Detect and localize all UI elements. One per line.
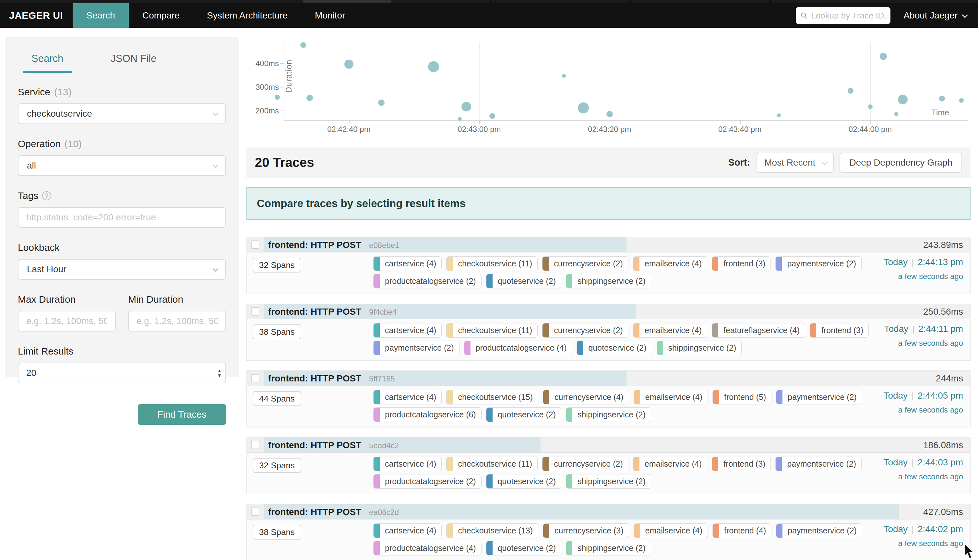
trace-select-checkbox[interactable] bbox=[251, 307, 259, 316]
service-select[interactable]: checkoutservice bbox=[18, 103, 226, 124]
service-tag[interactable]: paymentservice (2) bbox=[373, 341, 459, 355]
service-tag[interactable]: shippingservice (2) bbox=[566, 407, 651, 422]
trace-result-card[interactable]: frontend: HTTP POST 5ead4c2 186.08ms 32 … bbox=[247, 437, 971, 494]
service-tag[interactable]: featureflagservice (4) bbox=[712, 323, 805, 338]
trace-title[interactable]: frontend: HTTP POST e08ebe1 bbox=[268, 237, 399, 253]
service-tag[interactable]: currencyservice (2) bbox=[542, 457, 628, 471]
stepper-down-icon[interactable]: ▾ bbox=[218, 373, 221, 378]
service-tag[interactable]: emailservice (4) bbox=[633, 256, 707, 271]
trace-date[interactable]: Today bbox=[883, 524, 908, 534]
service-tag[interactable]: frontend (3) bbox=[810, 323, 869, 338]
trace-scatter-point[interactable] bbox=[868, 104, 873, 109]
nav-item-system-architecture[interactable]: System Architecture bbox=[193, 3, 301, 28]
service-tag[interactable]: checkoutservice (11) bbox=[446, 457, 537, 471]
trace-scatter-point[interactable] bbox=[344, 60, 354, 69]
trace-time[interactable]: 2:44:11 pm bbox=[918, 324, 963, 334]
trace-scatter-point[interactable] bbox=[461, 102, 471, 112]
trace-time[interactable]: 2:44:05 pm bbox=[918, 390, 963, 400]
service-tag[interactable]: currencyservice (3) bbox=[543, 523, 629, 538]
trace-scatter-point[interactable] bbox=[578, 102, 589, 113]
service-tag[interactable]: frontend (3) bbox=[712, 256, 771, 271]
max-duration-input[interactable] bbox=[18, 311, 116, 332]
tab-json-file[interactable]: JSON File bbox=[102, 48, 165, 72]
service-tag[interactable]: emailservice (4) bbox=[633, 457, 707, 471]
trace-scatter-point[interactable] bbox=[300, 42, 306, 48]
trace-header[interactable]: frontend: HTTP POST e08ebe1 243.89ms bbox=[247, 237, 970, 252]
service-tag[interactable]: currencyservice (2) bbox=[542, 323, 628, 338]
deep-dependency-graph-button[interactable]: Deep Dependency Graph bbox=[839, 153, 962, 173]
trace-result-card[interactable]: frontend: HTTP POST 5ff7165 244ms 44 Spa… bbox=[247, 370, 971, 427]
trace-date[interactable]: Today bbox=[883, 257, 908, 267]
trace-time[interactable]: 2:44:03 pm bbox=[918, 457, 963, 467]
service-tag[interactable]: frontend (5) bbox=[713, 390, 771, 405]
trace-title[interactable]: frontend: HTTP POST 5ead4c2 bbox=[268, 438, 399, 453]
help-icon[interactable]: ? bbox=[42, 191, 51, 200]
service-tag[interactable]: emailservice (4) bbox=[633, 323, 707, 338]
service-tag[interactable]: shippingservice (2) bbox=[566, 474, 651, 489]
service-tag[interactable]: paymentservice (2) bbox=[776, 523, 862, 538]
lookback-select[interactable]: Last Hour bbox=[18, 259, 226, 280]
service-tag[interactable]: paymentservice (2) bbox=[775, 457, 861, 471]
service-tag[interactable]: frontend (4) bbox=[713, 523, 771, 538]
duration-scatter-plot[interactable]: Duration Time 02:42:40 pm02:43:00 pm02:4… bbox=[247, 37, 971, 144]
service-tag[interactable]: shippingservice (2) bbox=[657, 341, 742, 355]
service-tag[interactable]: quoteservice (2) bbox=[486, 541, 561, 555]
service-tag[interactable]: productcatalogservice (2) bbox=[373, 274, 482, 288]
service-tag[interactable]: cartservice (4) bbox=[373, 256, 442, 271]
trace-select-checkbox[interactable] bbox=[251, 374, 259, 382]
trace-header[interactable]: frontend: HTTP POST 5ead4c2 186.08ms bbox=[247, 438, 970, 453]
service-tag[interactable]: cartservice (4) bbox=[373, 390, 442, 405]
trace-scatter-point[interactable] bbox=[428, 61, 439, 72]
trace-header[interactable]: frontend: HTTP POST 9f4cbe4 250.56ms bbox=[247, 304, 970, 319]
service-tag[interactable]: checkoutservice (11) bbox=[446, 256, 537, 271]
tab-search[interactable]: Search bbox=[23, 48, 72, 73]
sort-select[interactable]: Most Recent bbox=[756, 153, 834, 173]
service-tag[interactable]: emailservice (4) bbox=[634, 523, 708, 538]
trace-result-card[interactable]: frontend: HTTP POST e08ebe1 243.89ms 32 … bbox=[247, 237, 971, 294]
service-tag[interactable]: quoteservice (2) bbox=[486, 274, 561, 288]
find-traces-button[interactable]: Find Traces bbox=[138, 404, 226, 425]
service-tag[interactable]: quoteservice (2) bbox=[577, 341, 652, 355]
service-tag[interactable]: quoteservice (2) bbox=[486, 407, 561, 422]
service-tag[interactable]: paymentservice (2) bbox=[776, 390, 862, 405]
trace-scatter-point[interactable] bbox=[562, 74, 566, 78]
jaeger-logo[interactable]: JAEGER UI bbox=[0, 3, 73, 28]
trace-scatter-point[interactable] bbox=[777, 113, 781, 117]
trace-id-lookup-input[interactable] bbox=[811, 11, 886, 21]
service-tag[interactable]: currencyservice (4) bbox=[543, 390, 629, 405]
trace-title[interactable]: frontend: HTTP POST ea06c2d bbox=[268, 504, 399, 520]
service-tag[interactable]: checkoutservice (15) bbox=[446, 390, 538, 405]
trace-select-checkbox[interactable] bbox=[251, 240, 259, 249]
service-tag[interactable]: productcatalogservice (2) bbox=[373, 474, 482, 489]
service-tag[interactable]: emailservice (4) bbox=[634, 390, 708, 405]
limit-results-input[interactable] bbox=[18, 363, 226, 383]
nav-item-monitor[interactable]: Monitor bbox=[301, 3, 359, 28]
trace-select-checkbox[interactable] bbox=[251, 441, 259, 449]
trace-result-card[interactable]: frontend: HTTP POST 9f4cbe4 250.56ms 38 … bbox=[247, 304, 971, 361]
trace-date[interactable]: Today bbox=[883, 457, 908, 467]
service-tag[interactable]: paymentservice (2) bbox=[775, 256, 861, 271]
operation-select[interactable]: all bbox=[18, 155, 226, 176]
service-tag[interactable]: frontend (3) bbox=[712, 457, 771, 471]
service-tag[interactable]: cartservice (4) bbox=[373, 323, 442, 338]
trace-scatter-point[interactable] bbox=[458, 117, 462, 121]
trace-time[interactable]: 2:44:02 pm bbox=[918, 524, 963, 534]
tags-input[interactable] bbox=[18, 207, 226, 228]
trace-scatter-point[interactable] bbox=[848, 88, 853, 94]
trace-title[interactable]: frontend: HTTP POST 5ff7165 bbox=[268, 371, 395, 386]
service-tag[interactable]: cartservice (4) bbox=[373, 457, 442, 471]
trace-date[interactable]: Today bbox=[883, 390, 908, 400]
trace-scatter-point[interactable] bbox=[959, 98, 964, 103]
trace-scatter-point[interactable] bbox=[898, 95, 908, 104]
service-tag[interactable]: shippingservice (2) bbox=[566, 541, 651, 555]
trace-date[interactable]: Today bbox=[884, 324, 908, 334]
service-tag[interactable]: currencyservice (2) bbox=[542, 256, 628, 271]
trace-scatter-point[interactable] bbox=[895, 112, 898, 116]
service-tag[interactable]: checkoutservice (13) bbox=[446, 523, 538, 538]
trace-time[interactable]: 2:44:13 pm bbox=[918, 257, 963, 267]
about-jaeger-menu[interactable]: About Jaeger bbox=[903, 10, 966, 21]
trace-scatter-point[interactable] bbox=[939, 96, 945, 102]
trace-header[interactable]: frontend: HTTP POST 5ff7165 244ms bbox=[247, 371, 970, 386]
nav-item-search[interactable]: Search bbox=[73, 3, 129, 28]
service-tag[interactable]: productcatalogservice (6) bbox=[373, 407, 482, 422]
